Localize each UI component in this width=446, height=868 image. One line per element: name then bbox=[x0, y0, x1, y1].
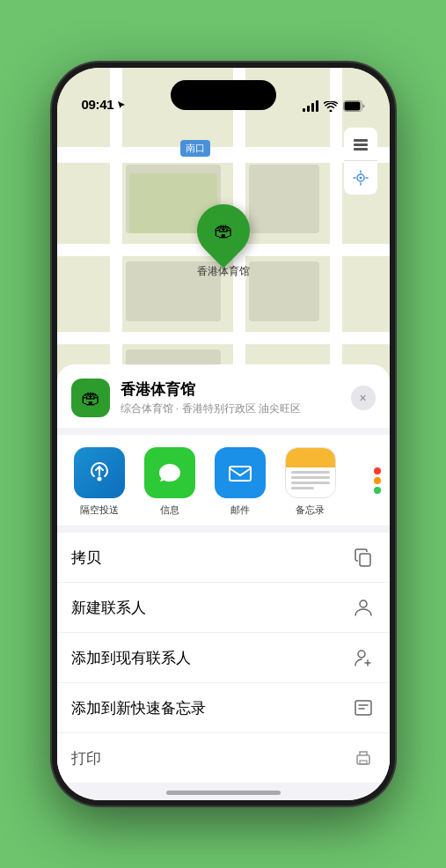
svg-rect-9 bbox=[360, 554, 370, 566]
notes-label: 备忘录 bbox=[296, 504, 325, 517]
share-app-airdrop[interactable]: 隔空投送 bbox=[64, 447, 135, 517]
dynamic-island bbox=[171, 80, 276, 110]
svg-rect-8 bbox=[230, 467, 251, 481]
airdrop-icon-wrap bbox=[74, 447, 125, 498]
dot-red bbox=[374, 467, 381, 474]
svg-point-6 bbox=[359, 177, 362, 180]
action-list: 拷贝 新建联系人 bbox=[57, 533, 390, 783]
svg-rect-14 bbox=[360, 761, 367, 764]
location-pin: 🏟 香港体育馆 bbox=[197, 204, 250, 279]
map-location-button[interactable] bbox=[344, 161, 377, 195]
venue-sub: 综合体育馆 · 香港特别行政区 油尖旺区 bbox=[121, 401, 340, 416]
note-icon bbox=[351, 695, 376, 720]
venue-name: 香港体育馆 bbox=[121, 379, 340, 400]
map-label: 南口 bbox=[180, 140, 210, 157]
notes-inner bbox=[286, 448, 335, 497]
person-icon bbox=[351, 595, 376, 620]
share-app-messages[interactable]: 信息 bbox=[135, 447, 205, 517]
close-button[interactable]: × bbox=[351, 386, 376, 410]
share-apps-row: 隔空投送 信息 bbox=[57, 435, 390, 526]
more-apps-dots bbox=[374, 467, 381, 494]
action-print[interactable]: 打印 bbox=[57, 733, 390, 783]
phone-screen: 09:41 bbox=[57, 68, 390, 800]
signal-icon bbox=[303, 100, 318, 112]
svg-rect-13 bbox=[357, 755, 369, 764]
dot-orange bbox=[374, 477, 381, 484]
share-app-notes[interactable]: 备忘录 bbox=[275, 447, 346, 517]
mail-label: 邮件 bbox=[230, 504, 250, 517]
airdrop-label: 隔空投送 bbox=[80, 504, 119, 517]
print-icon bbox=[351, 746, 376, 770]
wifi-icon bbox=[324, 101, 338, 112]
dot-green bbox=[374, 487, 381, 494]
action-new-contact-label: 新建联系人 bbox=[71, 598, 146, 618]
svg-rect-2 bbox=[354, 139, 368, 142]
status-time: 09:41 bbox=[82, 97, 114, 112]
battery-icon bbox=[343, 100, 365, 112]
action-new-contact[interactable]: 新建联系人 bbox=[57, 583, 390, 633]
svg-point-11 bbox=[358, 651, 365, 658]
map-layers-button[interactable] bbox=[344, 128, 377, 161]
svg-rect-1 bbox=[344, 102, 360, 111]
svg-point-10 bbox=[360, 600, 367, 607]
home-indicator bbox=[166, 791, 281, 795]
action-add-existing[interactable]: 添加到现有联系人 bbox=[57, 633, 390, 683]
map-controls bbox=[344, 128, 377, 195]
mail-icon-wrap bbox=[215, 447, 266, 498]
action-add-note-label: 添加到新快速备忘录 bbox=[71, 698, 206, 718]
copy-icon bbox=[351, 545, 376, 570]
svg-point-7 bbox=[97, 477, 101, 482]
pin-circle: 🏟 bbox=[186, 194, 260, 268]
venue-icon: 🏟 bbox=[71, 379, 110, 417]
action-print-label: 打印 bbox=[71, 748, 101, 769]
location-arrow-icon bbox=[117, 100, 126, 109]
svg-rect-3 bbox=[354, 143, 368, 146]
venue-info: 香港体育馆 综合体育馆 · 香港特别行政区 油尖旺区 bbox=[121, 379, 340, 416]
svg-rect-4 bbox=[354, 148, 368, 151]
action-add-note[interactable]: 添加到新快速备忘录 bbox=[57, 683, 390, 733]
sheet-header: 🏟 香港体育馆 综合体育馆 · 香港特别行政区 油尖旺区 × bbox=[57, 364, 390, 428]
share-app-mail[interactable]: 邮件 bbox=[205, 447, 275, 517]
person-add-icon bbox=[351, 645, 376, 670]
action-add-existing-label: 添加到现有联系人 bbox=[71, 648, 191, 668]
messages-label: 信息 bbox=[160, 504, 179, 517]
messages-icon-wrap bbox=[144, 447, 195, 498]
action-copy-label: 拷贝 bbox=[71, 548, 101, 568]
action-copy[interactable]: 拷贝 bbox=[57, 533, 390, 583]
notes-icon-wrap bbox=[285, 447, 336, 498]
phone-device: 09:41 bbox=[52, 63, 395, 805]
svg-rect-12 bbox=[355, 701, 371, 715]
status-icons bbox=[303, 100, 365, 112]
bottom-sheet: 🏟 香港体育馆 综合体育馆 · 香港特别行政区 油尖旺区 × bbox=[57, 364, 390, 800]
